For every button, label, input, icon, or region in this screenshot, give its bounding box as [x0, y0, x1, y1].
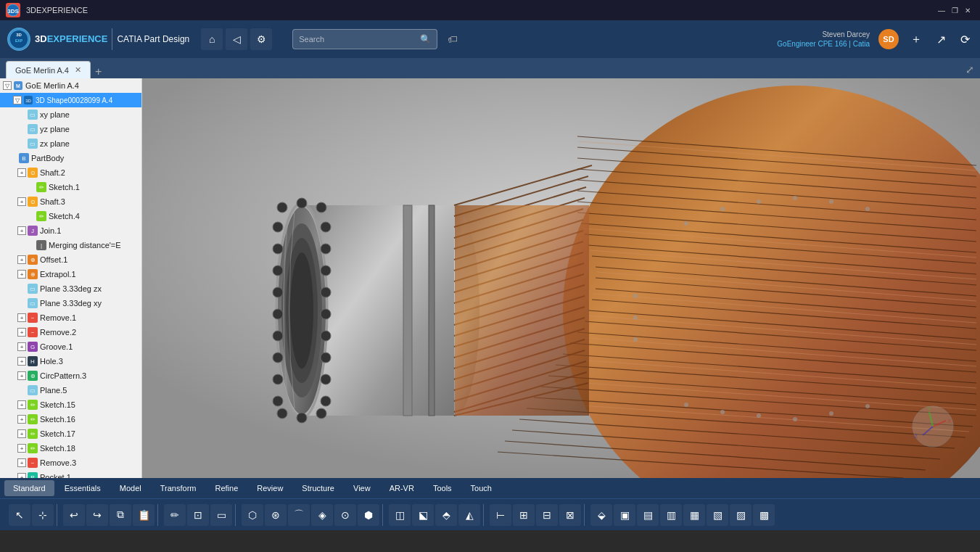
tab-close-icon[interactable]: ✕ — [75, 65, 81, 75]
tree-item-remove2[interactable]: +−Remove.2 — [0, 325, 141, 339]
expand-sketch1[interactable] — [26, 183, 35, 191]
tree-item-xy-plane[interactable]: ▭xy plane — [0, 107, 141, 122]
expand-sketch17[interactable]: + — [17, 429, 26, 438]
nav-tab-touch[interactable]: Touch — [462, 480, 501, 496]
tree-item-pocket1[interactable]: +PPocket.1 — [0, 470, 141, 478]
tree-item-join1[interactable]: +JJoin.1 — [0, 223, 141, 238]
tree-item-partbody[interactable]: BPartBody — [0, 151, 141, 165]
expand-zx-plane[interactable] — [17, 139, 26, 148]
nav-tab-ar-vr[interactable]: AR-VR — [381, 480, 423, 496]
tree-item-extrapol1[interactable]: +⊕Extrapol.1 — [0, 267, 141, 281]
search-input[interactable] — [299, 35, 416, 44]
main-tab[interactable]: GoE Merlin A.4 ✕ — [6, 61, 91, 78]
tree-item-sketch17[interactable]: +✏Sketch.17 — [0, 427, 141, 441]
nav-tab-essentials[interactable]: Essentials — [56, 480, 110, 496]
close-button[interactable]: ✕ — [961, 4, 974, 17]
expand-shaft3[interactable]: + — [17, 197, 26, 206]
tree-item-circpattern3[interactable]: +⊚CircPattern.3 — [0, 368, 141, 383]
copy-icon[interactable]: ⧉ — [110, 504, 131, 526]
surface4-icon[interactable]: ◭ — [458, 504, 480, 526]
restore-button[interactable]: ❐ — [948, 4, 961, 17]
minimize-button[interactable]: — — [935, 4, 948, 17]
user-avatar[interactable]: SD — [878, 29, 899, 49]
nav-tab-tools[interactable]: Tools — [424, 480, 461, 496]
home-icon[interactable]: ⌂ — [201, 28, 223, 50]
nav-tab-review[interactable]: Review — [248, 480, 292, 496]
select-icon[interactable]: ↖ — [9, 504, 30, 526]
tree-root[interactable]: ▽ M GoE Merlin A.4 — [0, 78, 141, 93]
root-expand[interactable]: ▽ — [3, 81, 12, 90]
hole-tool-icon[interactable]: ⊙ — [334, 504, 356, 526]
expand-remove1[interactable]: + — [17, 313, 26, 322]
paste-icon[interactable]: 📋 — [133, 504, 155, 526]
expand-sketch15[interactable]: + — [17, 400, 26, 409]
nav-tab-view[interactable]: View — [345, 480, 379, 496]
expand-sketch16[interactable]: + — [17, 415, 26, 424]
tree-item-sketch4[interactable]: ✏Sketch.4 — [0, 209, 141, 223]
fillet-icon[interactable]: ⌒ — [288, 504, 310, 526]
tree-item-yz-plane[interactable]: ▭yz plane — [0, 122, 141, 136]
tree-item-sketch15[interactable]: +✏Sketch.15 — [0, 397, 141, 412]
expand-pocket1[interactable]: + — [17, 473, 26, 478]
pattern-icon[interactable]: ⊟ — [536, 504, 558, 526]
tree-item-zx-plane[interactable]: ▭zx plane — [0, 136, 141, 151]
tree-item-plane5[interactable]: ▭Plane.5 — [0, 383, 141, 397]
section-icon[interactable]: ▩ — [753, 504, 775, 526]
tree-item-merging[interactable]: |Merging distance'=E — [0, 238, 141, 252]
expand-offset1[interactable]: + — [17, 255, 26, 264]
share-icon[interactable]: ↗ — [934, 30, 949, 49]
expand-plane5[interactable] — [17, 386, 26, 395]
nav-tab-standard[interactable]: Standard — [4, 480, 54, 496]
pocket-tool-icon[interactable]: ⬢ — [358, 504, 379, 526]
expand-plane-xy[interactable] — [17, 299, 26, 308]
expand-yz-plane[interactable] — [17, 125, 26, 133]
new-tab-button[interactable]: + — [91, 65, 106, 78]
view-front-icon[interactable]: ▣ — [614, 504, 635, 526]
view-right-icon[interactable]: ▥ — [660, 504, 682, 526]
settings-icon[interactable]: ⚙ — [250, 28, 272, 50]
expand-plane-zx[interactable] — [17, 284, 26, 293]
nav-tab-model[interactable]: Model — [111, 480, 150, 496]
surface1-icon[interactable]: ◫ — [389, 504, 411, 526]
view-bottom-icon[interactable]: ▨ — [730, 504, 752, 526]
add-icon[interactable]: ＋ — [907, 29, 925, 50]
tree-item-plane-zx[interactable]: ▭Plane 3.33deg zx — [0, 281, 141, 296]
tree-item-groove1[interactable]: +GGroove.1 — [0, 339, 141, 354]
nav-tab-structure[interactable]: Structure — [293, 480, 343, 496]
search-box[interactable]: 🔍 — [292, 29, 437, 49]
expand-groove1[interactable]: + — [17, 342, 26, 351]
expand-sketch18[interactable]: + — [17, 444, 26, 453]
view-left-icon[interactable]: ▦ — [683, 504, 705, 526]
tree-item-remove1[interactable]: +−Remove.1 — [0, 310, 141, 325]
revolve-icon[interactable]: ⊛ — [265, 504, 287, 526]
nav-tab-transform[interactable]: Transform — [152, 480, 205, 496]
tree-item-offset1[interactable]: +⊕Offset.1 — [0, 252, 141, 267]
undo-icon[interactable]: ↩ — [63, 504, 85, 526]
back-icon[interactable]: ◁ — [226, 28, 247, 50]
expand-xy-plane[interactable] — [17, 110, 26, 119]
tree-item-hole3[interactable]: +HHole.3 — [0, 354, 141, 368]
tree-item-sketch1[interactable]: ✏Sketch.1 — [0, 180, 141, 194]
measure-icon[interactable]: ⊢ — [490, 504, 511, 526]
expand-remove2[interactable]: + — [17, 328, 26, 337]
expand-merging[interactable] — [26, 241, 35, 250]
constraint-icon[interactable]: ⊡ — [187, 504, 209, 526]
tree-item-shaft3[interactable]: +⊙Shaft.3 — [0, 194, 141, 209]
surface3-icon[interactable]: ⬘ — [435, 504, 457, 526]
viewport[interactable]: X Y Z — [142, 78, 980, 478]
nav-tab-refine[interactable]: Refine — [206, 480, 247, 496]
tree-item-plane-xy[interactable]: ▭Plane 3.33deg xy — [0, 296, 141, 310]
pointer-icon[interactable]: ⊹ — [32, 504, 54, 526]
expand-sketch4[interactable] — [26, 212, 35, 221]
expand-circpattern3[interactable]: + — [17, 371, 26, 380]
shape-expand[interactable]: ▽ — [13, 96, 22, 104]
expand-hole3[interactable]: + — [17, 357, 26, 366]
square-icon[interactable]: ▭ — [210, 504, 232, 526]
expand-extrapol1[interactable]: + — [17, 270, 26, 279]
view-isometric-icon[interactable]: ⬙ — [590, 504, 612, 526]
bookmark-icon[interactable]: 🏷 — [448, 33, 458, 45]
surface2-icon[interactable]: ⬕ — [412, 504, 434, 526]
tree-item-shaft2[interactable]: +⊙Shaft.2 — [0, 165, 141, 180]
expand-remove3[interactable]: + — [17, 458, 26, 467]
tree-item-sketch16[interactable]: +✏Sketch.16 — [0, 412, 141, 427]
